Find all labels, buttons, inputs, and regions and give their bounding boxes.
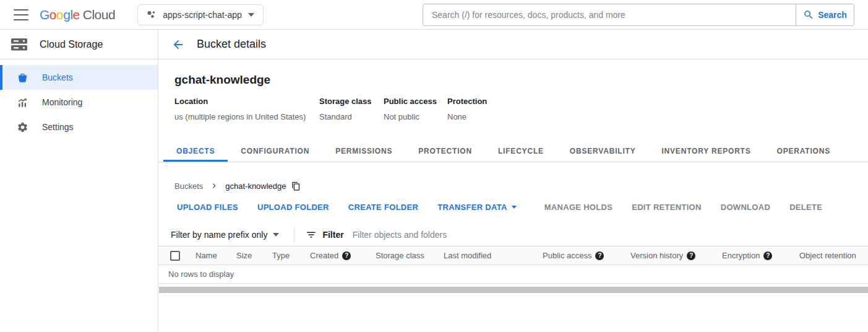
help-icon[interactable]: ? [687,251,695,260]
chevron-down-icon [273,233,279,237]
meta-public-access: Public access Not public [384,97,447,121]
disabled-actions: MANAGE HOLDS EDIT RETENTION DOWNLOAD DEL… [544,203,842,212]
tab-bar: OBJECTS CONFIGURATION PERMISSIONS PROTEC… [158,142,868,162]
filter-label: Filter [322,230,343,240]
column-header-public-access[interactable]: Public access? [543,251,630,260]
breadcrumb: Buckets gchat-knowledge [158,181,868,191]
meta-value: Standard [319,112,384,121]
select-all-cell [170,251,196,261]
bucket-summary: gchat-knowledge Location us (multiple re… [158,73,868,121]
meta-value: Not public [384,112,447,121]
search-input[interactable] [423,4,796,25]
column-header-storage-class[interactable]: Storage class [376,251,444,260]
sidebar-item-settings[interactable]: Settings [0,115,158,139]
project-selector[interactable]: apps-script-chat-app [137,4,264,25]
meta-protection: Protection None [447,97,487,121]
column-header-name[interactable]: Name [196,251,236,260]
transfer-data-label: TRANSFER DATA [437,203,507,212]
bucket-name: gchat-knowledge [174,73,868,87]
table-header: Name Size Type Created? Storage class La… [158,247,868,265]
select-all-checkbox[interactable] [170,251,180,261]
help-icon[interactable]: ? [595,251,604,260]
breadcrumb-current: gchat-knowledge [225,181,286,191]
main-panel: Bucket details gchat-knowledge Location … [158,30,868,332]
breadcrumb-buckets-link[interactable]: Buckets [174,181,203,191]
sidebar-item-buckets[interactable]: Buckets [0,65,158,90]
sidebar-item-monitoring[interactable]: Monitoring [0,90,158,115]
edit-retention-button[interactable]: EDIT RETENTION [632,203,702,212]
sidebar-item-label: Settings [42,122,74,132]
logo-google-text: Google [40,7,80,22]
meta-location: Location us (multiple regions in United … [174,97,319,121]
sidebar-item-label: Monitoring [42,97,82,107]
filter-scope-dropdown[interactable]: Filter by name prefix only [171,230,279,240]
scrollbar-thumb[interactable] [159,287,868,293]
horizontal-scrollbar[interactable] [158,287,868,293]
column-header-last-modified[interactable]: Last modified [444,251,543,260]
column-header-object-retention[interactable]: Object retention [799,251,868,260]
sidebar-nav: Buckets Monitoring [0,65,158,139]
back-arrow-icon[interactable] [171,37,186,52]
action-toolbar: UPLOAD FILES UPLOAD FOLDER CREATE FOLDER… [158,203,868,212]
tab-observability[interactable]: OBSERVABILITY [557,142,649,162]
meta-label: Protection [447,97,487,106]
help-icon[interactable]: ? [342,251,351,260]
filter-scope-label: Filter by name prefix only [171,230,267,240]
global-search: Search [423,4,854,26]
hamburger-menu-icon[interactable] [14,9,28,20]
cloud-storage-icon [10,37,28,52]
sidebar-item-label: Buckets [42,72,73,82]
meta-label: Location [174,97,319,106]
column-header-type[interactable]: Type [272,251,310,260]
tab-operations[interactable]: OPERATIONS [764,142,843,162]
column-header-version-history[interactable]: Version history? [630,251,722,260]
upload-folder-button[interactable]: UPLOAD FOLDER [257,203,329,212]
meta-storage-class: Storage class Standard [319,97,384,121]
sidebar-header: Cloud Storage [0,30,158,59]
bucket-icon [16,71,28,84]
tab-permissions[interactable]: PERMISSIONS [322,142,405,162]
google-cloud-logo[interactable]: Google Cloud [40,7,115,22]
chevron-down-icon [512,206,517,209]
tab-protection[interactable]: PROTECTION [405,142,485,162]
chevron-right-icon [209,181,219,191]
meta-label: Storage class [319,97,384,106]
divider [294,227,294,242]
manage-holds-button[interactable]: MANAGE HOLDS [544,203,613,212]
delete-button[interactable]: DELETE [789,203,822,212]
column-header-size[interactable]: Size [236,251,272,260]
page-title: Bucket details [197,38,266,51]
meta-value: None [447,112,487,121]
filter-bar: Filter by name prefix only Filter [158,224,868,247]
project-name: apps-script-chat-app [163,10,242,20]
search-button-label: Search [818,10,847,20]
empty-table-message: No rows to display [158,265,868,284]
meta-label: Public access [384,97,447,106]
meta-value: us (multiple regions in United States) [174,112,319,121]
bucket-meta: Location us (multiple regions in United … [174,97,868,121]
sidebar: Cloud Storage Buckets [0,30,158,332]
page-header: Bucket details [158,30,868,59]
column-header-encryption[interactable]: Encryption? [722,251,799,260]
sidebar-title: Cloud Storage [40,39,103,50]
search-icon [803,9,814,20]
chevron-down-icon [248,13,254,17]
monitoring-icon [16,96,28,108]
filter-input[interactable] [353,230,538,240]
upload-files-button[interactable]: UPLOAD FILES [177,203,238,212]
gear-icon [16,121,28,133]
top-bar: Google Cloud apps-script-chat-app Search [0,0,868,30]
help-icon[interactable]: ? [763,251,772,260]
filter-icon [306,229,317,240]
search-button[interactable]: Search [796,4,854,25]
transfer-data-button[interactable]: TRANSFER DATA [437,203,516,212]
download-button[interactable]: DOWNLOAD [721,203,770,212]
logo-cloud-text: Cloud [83,7,115,22]
tab-objects[interactable]: OBJECTS [163,142,228,162]
column-header-created[interactable]: Created? [310,251,376,260]
create-folder-button[interactable]: CREATE FOLDER [348,203,418,212]
tab-inventory-reports[interactable]: INVENTORY REPORTS [648,142,763,162]
copy-icon[interactable] [291,181,301,191]
tab-configuration[interactable]: CONFIGURATION [228,142,322,162]
tab-lifecycle[interactable]: LIFECYCLE [485,142,557,162]
